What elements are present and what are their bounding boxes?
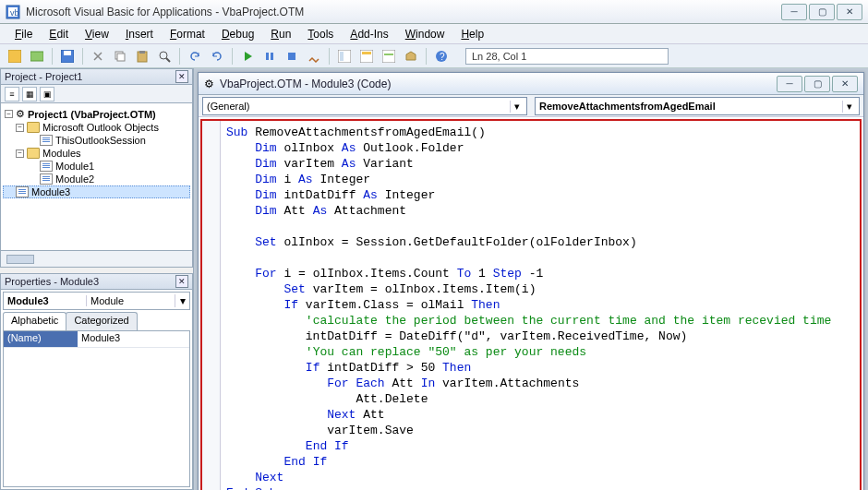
tree-item-module3[interactable]: Module3: [3, 185, 190, 198]
object-icon: [40, 135, 53, 146]
tree-item-module2[interactable]: Module2: [3, 173, 190, 185]
reset-icon[interactable]: [283, 47, 301, 66]
view-outlook-icon[interactable]: [6, 47, 24, 66]
svg-rect-19: [362, 52, 371, 54]
toolbar: ? Ln 28, Col 1: [0, 44, 868, 68]
svg-rect-6: [64, 51, 71, 55]
redo-icon[interactable]: [208, 47, 226, 66]
tab-alphabetic[interactable]: Alphabetic: [3, 312, 66, 330]
window-title: Microsoft Visual Basic for Applications …: [26, 6, 781, 18]
project-tree-scrollbar[interactable]: [0, 251, 193, 268]
toggle-folders-icon[interactable]: ▣: [40, 87, 54, 102]
project-panel-toolbar: ≡ ▦ ▣: [0, 85, 193, 103]
cursor-position-box: Ln 28, Col 1: [465, 48, 669, 65]
svg-rect-3: [8, 50, 21, 63]
vba-module-icon: ⚙: [204, 78, 214, 90]
save-icon[interactable]: [58, 47, 77, 66]
child-minimize-button[interactable]: ─: [777, 76, 802, 92]
module-icon: [40, 173, 53, 185]
code-window-title: VbaProject.OTM - Module3 (Code): [220, 78, 777, 90]
project-tree[interactable]: −⚙Project1 (VbaProject.OTM) −Microsoft O…: [0, 103, 193, 251]
properties-panel-title: Properties - Module3: [5, 276, 99, 287]
margin-indicator-bar: [202, 121, 221, 490]
design-mode-icon[interactable]: [305, 47, 323, 66]
tree-root[interactable]: −⚙Project1 (VbaProject.OTM): [3, 107, 190, 121]
tree-item-thisoutlooksession[interactable]: ThisOutlookSession: [3, 134, 190, 147]
copy-icon[interactable]: [111, 47, 129, 66]
menubar: FileEditViewInsertFormatDebugRunToolsAdd…: [0, 24, 868, 44]
close-button[interactable]: ✕: [837, 4, 862, 20]
menu-edit[interactable]: Edit: [42, 26, 76, 42]
svg-rect-14: [271, 53, 273, 60]
svg-text:vb: vb: [10, 8, 19, 18]
chevron-down-icon: ▾: [842, 101, 855, 113]
svg-rect-17: [340, 52, 344, 61]
properties-window-icon[interactable]: [357, 47, 376, 66]
project-panel-header: Project - Project1 ✕: [0, 68, 193, 85]
undo-icon[interactable]: [186, 47, 204, 66]
view-object-icon[interactable]: ▦: [22, 87, 37, 102]
properties-panel-header: Properties - Module3 ✕: [0, 273, 193, 290]
svg-rect-20: [382, 50, 395, 63]
code-window: ⚙ VbaProject.OTM - Module3 (Code) ─ ▢ ✕ …: [198, 72, 864, 490]
break-icon[interactable]: [260, 47, 279, 66]
menu-help[interactable]: Help: [453, 26, 491, 42]
run-icon[interactable]: [238, 47, 257, 66]
svg-rect-21: [384, 54, 393, 55]
dropdown-icon[interactable]: ▾: [175, 294, 189, 307]
code-text[interactable]: Sub RemoveAttachmentsfromAgedEmail() Dim…: [221, 121, 860, 490]
menu-debug[interactable]: Debug: [214, 26, 261, 42]
svg-rect-15: [288, 53, 295, 60]
menu-file[interactable]: File: [7, 26, 40, 42]
window-titlebar: vb Microsoft Visual Basic for Applicatio…: [0, 0, 868, 24]
object-combobox[interactable]: (General)▾: [202, 97, 527, 115]
tree-group-outlook-objects[interactable]: −Microsoft Outlook Objects: [3, 121, 190, 134]
tab-categorized[interactable]: Categorized: [66, 312, 137, 330]
menu-tools[interactable]: Tools: [300, 26, 341, 42]
menu-format[interactable]: Format: [163, 26, 212, 42]
app-icon: vb: [6, 5, 20, 19]
menu-insert[interactable]: Insert: [118, 26, 161, 42]
module-icon: [16, 186, 29, 197]
module-icon: [40, 161, 53, 172]
folder-icon: [27, 148, 40, 159]
menu-add-ins[interactable]: Add-Ins: [343, 26, 395, 42]
maximize-button[interactable]: ▢: [809, 4, 835, 20]
project-panel-close-icon[interactable]: ✕: [175, 70, 188, 83]
tree-item-module1[interactable]: Module1: [3, 160, 190, 173]
menu-run[interactable]: Run: [263, 26, 298, 42]
code-editor[interactable]: Sub RemoveAttachmentsfromAgedEmail() Dim…: [200, 119, 862, 490]
object-browser-icon[interactable]: [380, 47, 398, 66]
mdi-client-area: ⚙ VbaProject.OTM - Module3 (Code) ─ ▢ ✕ …: [194, 68, 868, 490]
vba-project-icon: ⚙: [16, 108, 25, 120]
view-code-icon[interactable]: ≡: [5, 87, 19, 102]
find-icon[interactable]: [155, 47, 174, 66]
svg-text:?: ?: [440, 52, 445, 62]
paste-icon[interactable]: [133, 47, 151, 66]
project-explorer-icon[interactable]: [335, 47, 354, 66]
properties-grid[interactable]: (Name) Module3: [3, 330, 190, 487]
menu-window[interactable]: Window: [398, 26, 452, 42]
child-maximize-button[interactable]: ▢: [804, 76, 830, 92]
svg-rect-10: [139, 51, 145, 54]
menu-view[interactable]: View: [78, 26, 116, 42]
insert-module-icon[interactable]: [28, 47, 46, 66]
tree-group-modules[interactable]: −Modules: [3, 147, 190, 160]
properties-object-selector[interactable]: Module3 Module ▾: [3, 292, 190, 310]
svg-point-11: [160, 52, 167, 59]
svg-line-12: [166, 58, 170, 62]
minimize-button[interactable]: ─: [781, 4, 807, 20]
svg-rect-13: [266, 53, 269, 60]
svg-rect-4: [30, 52, 43, 61]
cut-icon[interactable]: [89, 47, 107, 66]
help-icon[interactable]: ?: [432, 47, 451, 66]
project-panel-title: Project - Project1: [5, 71, 82, 82]
property-row: (Name) Module3: [4, 331, 189, 348]
svg-rect-8: [117, 54, 125, 61]
toolbox-icon[interactable]: [402, 47, 420, 66]
procedure-combobox[interactable]: RemoveAttachmentsfromAgedEmail▾: [535, 97, 860, 115]
child-close-button[interactable]: ✕: [832, 76, 858, 92]
properties-panel-close-icon[interactable]: ✕: [175, 275, 188, 288]
chevron-down-icon: ▾: [510, 101, 523, 113]
folder-icon: [27, 122, 40, 133]
